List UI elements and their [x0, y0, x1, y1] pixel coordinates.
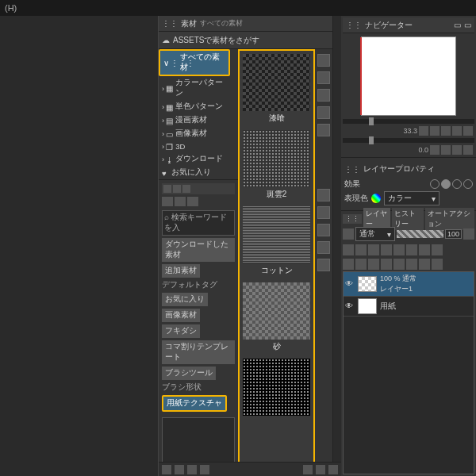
material-tree: ∨⋮⋮⋮すべての素材 ›▦カラーパターン ›▦単色パターン ›▤漫画素材 ›▭画… — [159, 49, 230, 179]
tag-koma[interactable]: コマ割りテンプレート — [162, 340, 235, 364]
chevron-right-icon: › — [162, 129, 164, 138]
tree-all-materials[interactable]: ∨⋮⋮⋮すべての素材 — [159, 49, 230, 76]
tree-3d[interactable]: ›❒3D — [159, 140, 230, 152]
material-item[interactable]: 砂 — [243, 282, 310, 354]
tree-mono-pattern[interactable]: ›▦単色パターン — [159, 100, 230, 113]
tool-icon[interactable] — [355, 244, 367, 255]
tool-icon[interactable] — [317, 124, 330, 136]
tool-icon[interactable] — [452, 145, 462, 155]
tool-icon[interactable] — [343, 259, 354, 270]
material-item[interactable]: コットン — [243, 206, 310, 278]
tag-fukidashi[interactable]: フキダシ — [162, 324, 200, 338]
tool-icon[interactable] — [463, 145, 473, 155]
tool-icon[interactable] — [452, 126, 462, 136]
view-icon[interactable] — [175, 465, 184, 474]
color-mode-select[interactable]: カラー — [384, 191, 440, 205]
effect-btn[interactable] — [441, 179, 451, 189]
navigator-title[interactable]: ⋮⋮ナビゲーター▭▭ — [343, 17, 474, 33]
opacity-slider[interactable] — [397, 230, 443, 238]
tool-icon[interactable] — [317, 89, 330, 102]
eye-icon[interactable]: 👁 — [345, 301, 355, 311]
tag-brush-tool[interactable]: ブラシツール — [162, 367, 216, 380]
search-icon[interactable] — [317, 54, 330, 67]
blend-mode-select[interactable]: 通常 — [355, 227, 395, 241]
layer-row[interactable]: 👁 100 % 通常 レイヤー1 — [344, 272, 474, 297]
fit-icon[interactable] — [441, 126, 451, 136]
tool-icon[interactable] — [163, 185, 171, 193]
tool-icon[interactable] — [381, 244, 392, 255]
material-thumbnails: 漆喰 斑雲2 コットン 砂 — [238, 49, 315, 476]
zoom-slider[interactable] — [343, 119, 474, 124]
effect-btn[interactable] — [430, 179, 440, 189]
material-item[interactable]: 斑雲2 — [243, 130, 310, 202]
tool-icon[interactable] — [393, 259, 405, 270]
effect-btn[interactable] — [463, 179, 473, 189]
gear-icon[interactable] — [316, 465, 325, 474]
tag-paper-texture[interactable]: 用紙テクスチャ — [162, 395, 227, 412]
assets-search-bar[interactable]: ☁ ASSETSで素材をさがす — [159, 32, 332, 49]
tag-tool-icon[interactable] — [162, 197, 173, 206]
tool-icon[interactable] — [173, 185, 181, 193]
manga-icon: ▤ — [166, 117, 174, 125]
tool-icon[interactable] — [317, 241, 330, 254]
tree-manga[interactable]: ›▤漫画素材 — [159, 113, 230, 127]
rotate-icon[interactable] — [441, 145, 451, 155]
trash-icon[interactable] — [328, 465, 338, 474]
tag-downloaded[interactable]: ダウンロードした素材 — [162, 238, 235, 262]
tree-color-pattern[interactable]: ›▦カラーパターン — [159, 76, 230, 100]
tag-search-input[interactable]: ⌕ 検索キーワードを入 — [162, 210, 235, 236]
thumb-label: 斑雲2 — [243, 187, 310, 202]
view-icon[interactable] — [200, 465, 209, 474]
tag-tool-icon[interactable] — [187, 197, 198, 206]
tool-icon[interactable] — [355, 259, 367, 270]
material-panel-title[interactable]: ⋮⋮ 素材 すべての素材 — [159, 16, 332, 32]
material-item[interactable]: 漆喰 — [243, 54, 310, 125]
tool-icon[interactable] — [317, 259, 330, 271]
tool-icon[interactable] — [463, 228, 474, 240]
tool-icon[interactable] — [317, 71, 330, 84]
tool-icon[interactable] — [419, 259, 430, 270]
rotate-slider[interactable] — [343, 138, 474, 143]
panel-icon[interactable]: ▭ — [454, 21, 461, 29]
tool-icon[interactable] — [317, 224, 330, 236]
rotate-icon[interactable] — [430, 145, 440, 155]
tree-favorite[interactable]: ♥お気に入り — [159, 166, 230, 179]
tool-icon[interactable] — [463, 126, 473, 136]
tag-tool-icon[interactable] — [175, 197, 186, 206]
material-item[interactable] — [243, 359, 310, 416]
tool-icon[interactable] — [317, 206, 330, 219]
tool-icon[interactable] — [343, 228, 354, 240]
zoom-in-icon[interactable] — [430, 126, 440, 136]
tree-download[interactable]: ›⭳ダウンロード — [159, 152, 230, 166]
tool-icon[interactable] — [368, 244, 379, 255]
tool-icon[interactable] — [343, 244, 354, 255]
zoom-out-icon[interactable] — [419, 126, 428, 136]
panel-icon[interactable]: ▭ — [464, 21, 471, 29]
tool-icon[interactable] — [432, 244, 443, 255]
navigator-canvas[interactable] — [361, 36, 456, 116]
lp-title[interactable]: ⋮⋮レイヤープロパティ — [344, 161, 473, 177]
tree-image[interactable]: ›▭画像素材 — [159, 127, 230, 140]
effect-btn[interactable] — [452, 179, 462, 189]
folder-icon[interactable] — [303, 465, 313, 474]
opacity-value[interactable]: 100 — [445, 229, 462, 239]
tag-added[interactable]: 追加素材 — [162, 264, 200, 278]
layer-row[interactable]: 👁 用紙 — [344, 297, 474, 317]
tool-icon[interactable] — [432, 259, 443, 270]
view-icon[interactable] — [187, 465, 197, 474]
tool-icon[interactable] — [419, 244, 430, 255]
view-icon[interactable] — [162, 465, 171, 474]
tool-icon[interactable] — [406, 259, 417, 270]
tag-favorite[interactable]: お気に入り — [162, 293, 208, 306]
menu-help[interactable]: (H) — [5, 3, 17, 13]
tool-icon[interactable] — [317, 106, 330, 119]
tool-icon[interactable] — [182, 185, 190, 193]
tool-icon[interactable] — [368, 259, 379, 270]
tool-icon[interactable] — [393, 244, 405, 255]
tag-image-mat[interactable]: 画像素材 — [162, 309, 200, 322]
tool-icon[interactable] — [381, 259, 392, 270]
tool-icon[interactable] — [317, 189, 330, 202]
eye-icon[interactable]: 👁 — [345, 279, 355, 289]
canvas-area[interactable] — [0, 16, 159, 476]
tool-icon[interactable] — [406, 244, 417, 255]
